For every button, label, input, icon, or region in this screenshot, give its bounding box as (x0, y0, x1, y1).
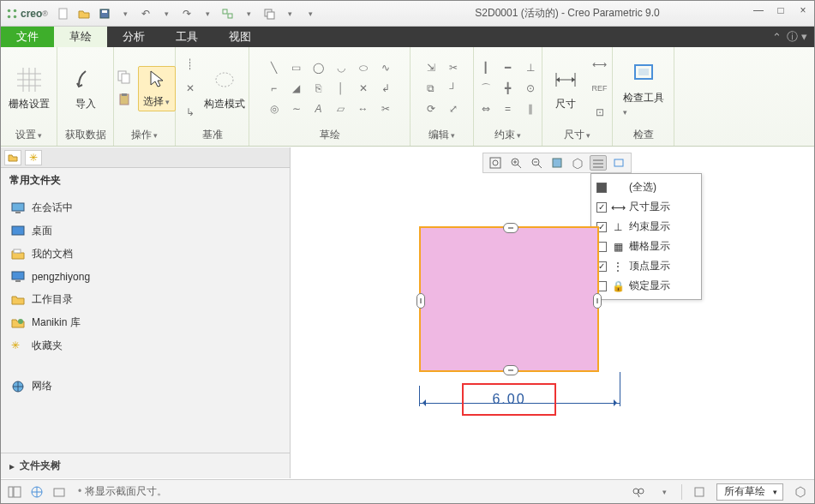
popup-lock-display[interactable]: 🔒锁定显示 (596, 276, 696, 296)
sidebar-item-manikin[interactable]: Manikin 库 (6, 311, 285, 334)
sb-find-dropdown[interactable] (656, 484, 673, 500)
parallel-cons[interactable]: ∥ (520, 99, 541, 118)
spline-tool[interactable]: ∿ (375, 58, 396, 77)
grid-setup-button[interactable]: 栅格设置 (9, 66, 50, 111)
sb-find-icon[interactable] (630, 484, 647, 500)
sidebar-item-work-dir[interactable]: 工作目录 (6, 288, 285, 311)
popup-select-all[interactable]: (全选) (596, 177, 696, 197)
sidebar-item-network[interactable]: 网络 (6, 375, 285, 398)
tab-tools[interactable]: 工具 (160, 27, 213, 47)
horizontal-cons[interactable]: ━ (498, 58, 518, 77)
sb-geometry-icon[interactable] (792, 484, 809, 500)
project-tool[interactable]: ⎘ (309, 79, 329, 98)
sidebar-item-desktop[interactable]: 桌面 (6, 219, 285, 243)
modify-tool[interactable]: ⇲ (421, 58, 441, 77)
mirror-tool[interactable]: ↔ (353, 99, 374, 118)
handle-left[interactable] (416, 293, 425, 309)
close-button[interactable]: × (795, 4, 811, 16)
vertical-cons[interactable]: ┃ (476, 58, 496, 77)
sidebar-item-in-session[interactable]: 在会话中 (6, 196, 285, 219)
dimension-button[interactable]: 尺寸 (545, 66, 586, 111)
sidebar-tab-favorites[interactable]: ✳ (25, 150, 42, 165)
sidebar-folder-tree[interactable]: ▸ 文件夹树 (1, 453, 290, 478)
group-operate-label[interactable]: 操作 (131, 126, 159, 144)
paste-icon[interactable] (114, 90, 135, 109)
qa-customize[interactable] (302, 5, 319, 22)
repaint-icon[interactable] (548, 155, 566, 171)
sidebar-tab-folders[interactable] (4, 150, 21, 165)
inspect-tools-button[interactable]: 检查工具 (623, 60, 664, 117)
circle-tool[interactable]: ◯ (309, 58, 329, 77)
perimeter-dim[interactable]: ⊡ (590, 103, 610, 122)
rect-tool[interactable]: ▭ (286, 58, 307, 77)
rotate-tool[interactable]: ⟳ (421, 99, 441, 118)
zoom-in-icon[interactable] (507, 155, 524, 171)
regen-dropdown[interactable] (240, 5, 257, 22)
corner-tool[interactable]: ┘ (443, 79, 464, 98)
group-dimension-label[interactable]: 尺寸 (564, 126, 591, 144)
ribbon-collapse[interactable]: ⌃ ⓘ ▾ (765, 27, 814, 47)
perp-cons[interactable]: ⊥ (520, 58, 541, 77)
redo-dropdown[interactable] (199, 5, 216, 22)
tangent-cons[interactable]: ⌒ (476, 79, 496, 98)
sb-folder-icon[interactable] (51, 484, 68, 500)
ref-dim[interactable]: REF (590, 79, 610, 98)
equal-cons[interactable]: = (498, 99, 518, 118)
annotation-display-icon[interactable] (610, 155, 627, 171)
sb-selection-icon[interactable] (691, 484, 708, 500)
orient-icon[interactable] (569, 155, 586, 171)
checkbox[interactable] (596, 202, 607, 213)
minimize-button[interactable]: — (751, 4, 766, 16)
fillet-tool[interactable]: ⌐ (264, 79, 285, 98)
select-button[interactable]: 选择 (138, 66, 176, 111)
dimension-value-highlight[interactable]: 6.00 (462, 383, 556, 416)
graphics-canvas[interactable]: (全选) ⟷尺寸显示 ⊥约束显示 ▦栅格显示 ⋮顶点显示 🔒锁定显示 6.00 (291, 147, 814, 478)
group-setup-label[interactable]: 设置 (15, 126, 43, 144)
undo-icon[interactable]: ↶ (137, 5, 154, 22)
sidebar-item-user[interactable]: pengzhiyong (6, 266, 285, 288)
palette-tool[interactable]: ▱ (331, 99, 351, 118)
coincident-cons[interactable]: ⊙ (520, 79, 541, 98)
windows-icon[interactable] (261, 5, 278, 22)
text-tool[interactable]: A (309, 99, 329, 118)
new-icon[interactable] (55, 5, 72, 22)
undo-dropdown[interactable] (158, 5, 175, 22)
save-icon[interactable] (96, 5, 113, 22)
regen-icon[interactable] (219, 5, 237, 22)
tab-sketch[interactable]: 草绘 (54, 27, 107, 47)
checkbox-mixed[interactable] (596, 183, 607, 193)
symmetric-cons[interactable]: ⇔ (476, 99, 496, 118)
point-icon[interactable]: ✕ (180, 79, 201, 98)
thicken-tool[interactable]: ∼ (286, 99, 307, 118)
coord-icon[interactable]: ↳ (180, 103, 201, 122)
group-edit-label[interactable]: 编辑 (428, 126, 456, 144)
popup-constraint-display[interactable]: ⊥约束显示 (596, 217, 696, 237)
popup-grid-display[interactable]: ▦栅格显示 (596, 237, 696, 256)
line-tool[interactable]: ╲ (264, 58, 285, 77)
delete-seg-tool[interactable]: ✂ (443, 58, 464, 77)
sb-browser-icon[interactable] (28, 484, 45, 500)
sidebar-item-my-docs[interactable]: 我的文档 (6, 243, 285, 266)
sidebar-item-favorites[interactable]: ✳收藏夹 (6, 334, 285, 357)
point-tool[interactable]: ✕ (353, 79, 374, 98)
windows-dropdown[interactable] (281, 5, 298, 22)
tab-analysis[interactable]: 分析 (107, 27, 160, 47)
redo-icon[interactable]: ↷ (178, 5, 195, 22)
handle-right[interactable] (593, 293, 602, 309)
mirror2-tool[interactable]: ⧉ (421, 79, 441, 98)
coord-sys-tool[interactable]: ↲ (375, 79, 396, 98)
display-filters-icon[interactable] (590, 155, 607, 171)
sb-tree-icon[interactable] (6, 484, 23, 500)
arc-tool[interactable]: ◡ (331, 58, 351, 77)
tab-file[interactable]: 文件 (1, 27, 54, 47)
import-button[interactable]: 导入 (65, 66, 106, 111)
ellipse-tool[interactable]: ⬭ (353, 58, 374, 77)
tab-view[interactable]: 视图 (213, 27, 267, 47)
group-constraint-label[interactable]: 约束 (494, 126, 522, 144)
popup-vertex-display[interactable]: ⋮顶点显示 (596, 256, 696, 276)
copy-icon[interactable] (114, 68, 135, 87)
offset-tool[interactable]: ◎ (264, 99, 285, 118)
baseline-dim[interactable]: ⟷ (590, 55, 610, 74)
save-dropdown[interactable] (117, 5, 134, 22)
open-icon[interactable] (75, 5, 93, 22)
